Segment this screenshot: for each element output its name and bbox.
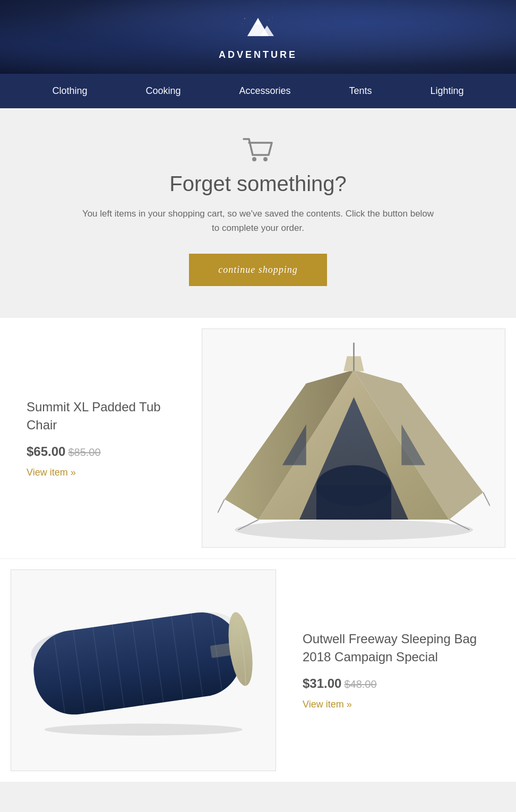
products-section: Summit XL Padded Tub Chair $65.00$85.00 … [0, 318, 516, 781]
cart-icon [241, 135, 276, 164]
svg-line-22 [218, 499, 225, 513]
product-1-name: Summit XL Padded Tub Chair [27, 398, 180, 434]
product-2-image [11, 569, 276, 771]
svg-point-9 [263, 157, 268, 161]
product-2-current-price: $31.00 [303, 676, 341, 690]
product-item-2: Outwell Freeway Sleeping Bag 2018 Campai… [0, 559, 516, 782]
sleeping-bag-image [24, 601, 262, 739]
product-2-original-price: $48.00 [344, 678, 376, 690]
svg-point-3 [242, 24, 243, 24]
product-2-view-link[interactable]: View item » [303, 699, 495, 710]
product-1-original-price: $85.00 [68, 446, 100, 458]
site-header: ADVENTURE [0, 0, 516, 74]
product-2-name: Outwell Freeway Sleeping Bag 2018 Campai… [303, 630, 495, 666]
svg-point-8 [252, 157, 256, 161]
mountain-logo-icon [239, 16, 277, 45]
nav-item-clothing[interactable]: Clothing [23, 74, 116, 108]
svg-rect-16 [316, 486, 391, 520]
nav-item-accessories[interactable]: Accessories [210, 74, 320, 108]
svg-point-0 [244, 18, 245, 19]
product-1-price: $65.00$85.00 [27, 444, 180, 459]
product-1-info: Summit XL Padded Tub Chair $65.00$85.00 … [0, 318, 202, 558]
logo-text: ADVENTURE [11, 49, 505, 61]
continue-shopping-button[interactable]: continue shopping [189, 254, 327, 286]
nav-item-cooking[interactable]: Cooking [116, 74, 210, 108]
product-2-price: $31.00$48.00 [303, 676, 495, 691]
nav-item-lighting[interactable]: Lighting [401, 74, 493, 108]
cart-title: Forget something? [11, 172, 505, 196]
svg-point-2 [272, 18, 273, 18]
main-navigation: Clothing Cooking Accessories Tents Light… [0, 74, 516, 108]
logo-container: ADVENTURE [11, 16, 505, 61]
svg-point-10 [235, 520, 473, 540]
product-item-1: Summit XL Padded Tub Chair $65.00$85.00 … [0, 318, 516, 558]
product-1-current-price: $65.00 [27, 444, 65, 459]
product-1-view-link[interactable]: View item » [27, 467, 180, 478]
svg-line-23 [483, 493, 490, 506]
tent-image [218, 329, 490, 547]
cart-reminder-section: Forget something? You left items in your… [0, 108, 516, 318]
product-2-info: Outwell Freeway Sleeping Bag 2018 Campai… [276, 559, 516, 782]
cart-description: You left items in your shopping cart, so… [78, 206, 438, 235]
svg-point-1 [268, 20, 269, 20]
nav-item-tents[interactable]: Tents [320, 74, 401, 108]
svg-point-40 [44, 724, 242, 736]
product-1-image [202, 329, 505, 547]
